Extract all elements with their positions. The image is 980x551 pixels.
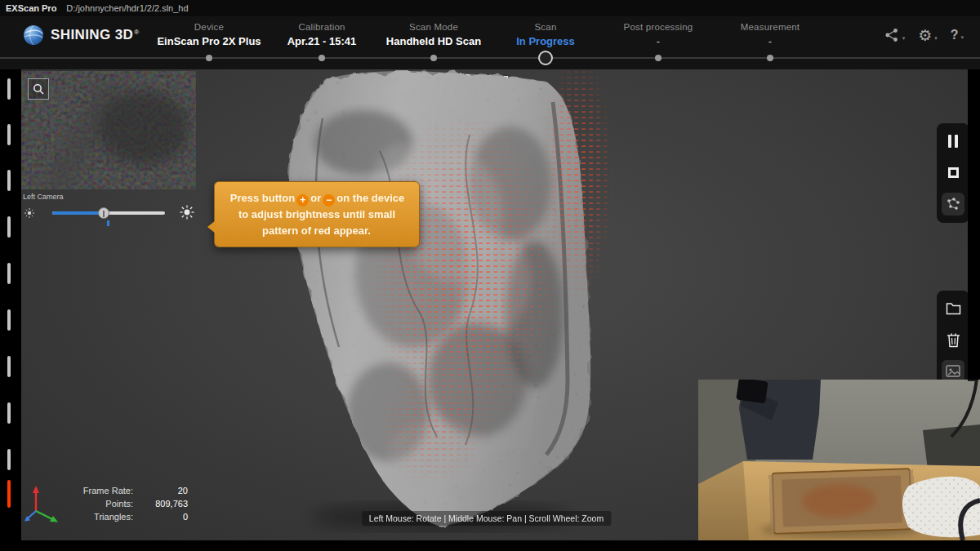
webcam-overlay [698, 380, 980, 540]
side-marker [7, 449, 11, 470]
tooltip-text: Press button [230, 192, 295, 204]
nav-bar: SHINING 3D® Device EinScan Pro 2X Plus C… [0, 16, 980, 69]
stat-value: 20 [140, 486, 188, 495]
step-label: Post processing [624, 22, 693, 32]
nav-step-measurement[interactable]: Measurement - [741, 22, 800, 47]
axis-indicator-icon [21, 482, 64, 526]
magnifier-icon [33, 83, 44, 95]
side-marker [7, 170, 11, 191]
step-label: Scan Mode [386, 22, 481, 32]
step-value: Apr.21 - 15:41 [287, 35, 357, 47]
step-value: EinScan Pro 2X Plus [157, 35, 261, 47]
step-dot-post-processing [655, 55, 662, 61]
nav-step-calibration[interactable]: Calibration Apr.21 - 15:41 [287, 22, 357, 47]
step-label: Scan [516, 22, 575, 32]
brand-name: SHINING 3D [51, 27, 133, 42]
side-marker-active [7, 480, 11, 508]
title-bar: EXScan Pro D:/johnnychen/hdr1/2/2.sln_hd [0, 0, 980, 16]
nav-step-scan-mode[interactable]: Scan Mode Handheld HD Scan [386, 22, 481, 47]
registered-mark: ® [134, 29, 139, 36]
zoom-camera-button[interactable] [28, 78, 49, 100]
side-marker [7, 78, 11, 100]
stat-frame-rate: Frame Rate: 20 [46, 486, 189, 495]
pause-icon [948, 135, 958, 148]
shining3d-globe-icon [23, 24, 44, 46]
app-title: EXScan Pro [6, 3, 56, 13]
side-marker [7, 263, 11, 284]
step-dot-scan-active [538, 51, 553, 65]
pause-scan-button[interactable] [942, 131, 964, 152]
folder-icon [946, 302, 961, 315]
scanned-object[interactable] [265, 69, 617, 535]
step-dot-scan-mode [430, 55, 437, 61]
brightness-low-icon [24, 208, 34, 218]
side-marker [7, 402, 11, 424]
settings-button[interactable]: ⚙ ▾ [918, 28, 938, 43]
nav-step-device[interactable]: Device EinScan Pro 2X Plus [157, 22, 261, 47]
step-dot-calibration [318, 55, 325, 61]
point-cloud-icon [944, 195, 962, 213]
side-marker [7, 216, 11, 238]
stat-points: Points: 809,763 [46, 499, 189, 509]
minus-icon: − [323, 194, 335, 207]
scan-stats: Frame Rate: 20 Points: 809,763 Triangles… [46, 486, 189, 525]
nav-step-post-processing[interactable]: Post processing - [624, 22, 693, 47]
step-label: Device [157, 22, 261, 32]
stat-value: 809,763 [140, 499, 188, 509]
scan-control-toolbar [937, 123, 968, 223]
app-window: EXScan Pro D:/johnnychen/hdr1/2/2.sln_hd… [0, 0, 980, 551]
chevron-down-icon: ▾ [902, 35, 906, 43]
mouse-hint: Left Mouse: Rotate | Middle Mouse: Pan |… [362, 511, 611, 526]
open-project-button[interactable] [942, 298, 964, 319]
chevron-down-icon: ▾ [960, 34, 964, 42]
step-value: - [624, 35, 693, 47]
tooltip-text: or [310, 192, 321, 204]
stat-value: 0 [140, 512, 188, 522]
stat-triangles: Triangles: 0 [46, 512, 189, 522]
brightness-slider-fill [52, 211, 104, 215]
share-icon [884, 27, 900, 43]
step-label: Calibration [287, 22, 357, 32]
share-button[interactable]: ▾ [884, 27, 906, 43]
brightness-default-tick [107, 220, 109, 226]
image-export-icon [945, 364, 961, 379]
side-marker [7, 356, 11, 377]
side-marker [7, 124, 11, 145]
nav-icon-group: ▾ ⚙ ▾ ? ▾ [884, 27, 964, 43]
stop-icon [948, 167, 959, 178]
gear-icon: ⚙ [918, 28, 932, 43]
step-dot-device [206, 55, 212, 61]
delete-data-button[interactable] [942, 329, 964, 350]
brand-logo: SHINING 3D® [23, 24, 139, 46]
project-toolbar [937, 291, 968, 390]
trash-icon [947, 332, 960, 348]
step-value: In Progress [516, 35, 575, 47]
nav-step-scan[interactable]: Scan In Progress [516, 22, 575, 47]
step-dot-measurement [767, 55, 773, 61]
wizard-progress-line [0, 57, 980, 59]
chevron-down-icon: ▾ [934, 35, 938, 43]
brightness-slider-handle[interactable] [98, 207, 109, 219]
step-value: Handheld HD Scan [386, 35, 481, 47]
file-path: D:/johnnychen/hdr1/2/2.sln_hd [66, 3, 188, 13]
side-marker [7, 309, 11, 331]
camera-label: Left Camera [23, 193, 64, 201]
help-button[interactable]: ? ▾ [951, 28, 964, 42]
stop-scan-button[interactable] [942, 162, 964, 183]
brightness-high-icon [180, 205, 194, 220]
brightness-slider-row [23, 202, 211, 229]
question-mark-icon: ? [951, 28, 959, 42]
brightness-tooltip: Press button+or−on the device to adjust … [214, 181, 420, 247]
step-label: Measurement [741, 22, 800, 32]
plus-icon: + [296, 194, 309, 207]
brightness-slider-track[interactable] [52, 211, 165, 215]
point-cloud-button[interactable] [942, 193, 964, 216]
step-value: - [741, 35, 800, 47]
